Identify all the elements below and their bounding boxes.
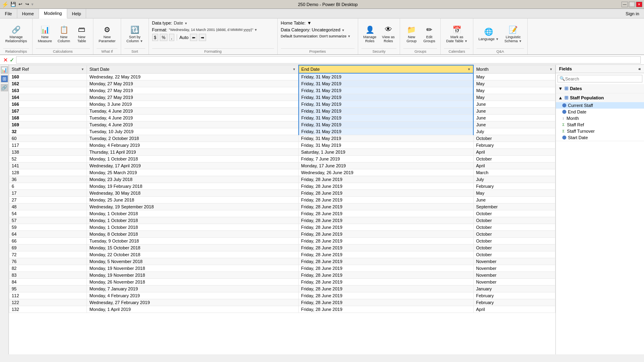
cell-start-date: Monday, 27 May 2019 [87, 94, 299, 101]
tab-help[interactable]: Help [67, 9, 87, 18]
field-item-staff-turnover[interactable]: Σ Staff Turnover [556, 128, 644, 134]
sort-buttons: 🔃 Sort byColumn ▼ [124, 19, 145, 48]
cell-month: May [473, 80, 555, 87]
comma-button[interactable]: , [169, 34, 174, 41]
field-item-month[interactable]: ↕ Month [556, 115, 644, 121]
cell-staff-ref: 48 [9, 204, 87, 210]
sign-in-button[interactable]: Sign in [621, 9, 644, 18]
currency-button[interactable]: $ [152, 34, 159, 41]
cell-staff-ref: 66 [9, 238, 87, 245]
new-parameter-button[interactable]: ⚙ NewParameter [97, 24, 118, 44]
redo-button[interactable]: ↪ [24, 1, 30, 8]
manage-roles-button[interactable]: 👤 ManageRoles [361, 24, 379, 44]
cell-end-date: Friday, 31 May 2019 [299, 108, 474, 115]
maximize-button[interactable]: ⬜ [629, 2, 635, 7]
cell-end-date: Friday, 28 June 2019 [299, 299, 474, 306]
cell-month: June [473, 197, 555, 204]
table-scroll[interactable]: Staff Ref ▼ Start Date ▼ [9, 65, 555, 354]
manage-relationships-button[interactable]: 🔗 ManageRelationships [3, 24, 29, 44]
new-group-button[interactable]: 📁 NewGroup [403, 24, 419, 44]
home-table-label: Home Table: [281, 21, 306, 25]
formula-input[interactable] [16, 56, 641, 64]
ribbon-group-qa: 🌐 Language ▼ 📝 LinguisticSchema ▼ Q&A [473, 19, 528, 54]
default-summarization-row: Default Summarization: Don't summarize ▼ [281, 34, 355, 39]
tab-home[interactable]: Home [17, 9, 39, 18]
staff-population-group-label: Staff Population [570, 95, 604, 100]
format-value[interactable]: "Wednesday, 14 March 2001 (dddd, d MMMM … [169, 28, 257, 32]
field-item-current-staff[interactable]: Current Staff [556, 102, 644, 109]
cell-start-date: Monday, 19 November 2018 [87, 272, 299, 279]
cell-end-date: Saturday, 1 June 2019 [299, 149, 474, 156]
cell-start-date: Monday, 1 October 2018 [87, 156, 299, 162]
decrease-decimal-button[interactable]: ⬅ [190, 34, 197, 41]
cell-end-date: Friday, 31 May 2019 [299, 121, 474, 128]
cell-staff-ref: 82 [9, 265, 87, 272]
save-button[interactable]: 💾 [10, 1, 17, 8]
tab-modeling[interactable]: Modeling [39, 9, 67, 19]
cell-month: April [473, 306, 555, 313]
month-label: Month [567, 116, 579, 121]
tab-file[interactable]: File [0, 9, 17, 18]
cell-staff-ref: 128 [9, 169, 87, 176]
edit-groups-button[interactable]: ✏ EditGroups [421, 24, 437, 44]
language-icon: 🌐 [484, 27, 493, 37]
cell-staff-ref: 84 [9, 279, 87, 286]
cell-end-date: Friday, 31 May 2019 [299, 101, 474, 108]
cell-end-date: Friday, 28 June 2019 [299, 279, 474, 286]
search-box[interactable]: 🔍 [557, 75, 642, 82]
sort-by-column-button[interactable]: 🔃 Sort byColumn ▼ [124, 24, 145, 44]
quick-access-arrow[interactable]: ▼ [31, 2, 34, 6]
field-group-staff-population-header[interactable]: ▲ ⊞ Staff Population [556, 93, 644, 102]
window-title: 250 Demo - Power BI Desktop [34, 2, 621, 7]
manage-relationships-icon: 🔗 [11, 25, 21, 35]
data-view-icon[interactable]: ⊞ [1, 75, 8, 82]
model-view-icon[interactable]: 🔗 [1, 84, 8, 91]
new-measure-button[interactable]: 📊 NewMeasure [36, 24, 54, 44]
report-view-icon[interactable]: 📊 [1, 66, 8, 74]
table-row: 69Monday, 15 October 2018Friday, 28 June… [9, 245, 555, 251]
cell-month: October [473, 224, 555, 231]
cell-staff-ref: 52 [9, 156, 87, 162]
home-table-value[interactable]: ▼ [307, 21, 312, 25]
field-group-dates-header[interactable]: ▼ ⊞ Dates [556, 84, 644, 93]
current-staff-type-icon [562, 103, 566, 107]
linguistic-schema-button[interactable]: 📝 LinguisticSchema ▼ [502, 24, 524, 44]
increase-decimal-button[interactable]: ➡ [199, 34, 206, 41]
col-header-start-date[interactable]: Start Date ▼ [87, 65, 299, 73]
cell-start-date: Tuesday, 10 July 2019 [87, 128, 299, 135]
formula-confirm-button[interactable]: ✓ [10, 57, 14, 63]
field-item-start-date[interactable]: Start Date [556, 134, 644, 141]
field-item-staff-ref[interactable]: Σ Staff Ref [556, 121, 644, 128]
percent-button[interactable]: % [160, 34, 167, 41]
end-date-label: End Date [568, 109, 586, 114]
close-button[interactable]: ✕ [636, 2, 642, 7]
col-header-end-date[interactable]: End Date ▼ [299, 65, 474, 73]
field-item-end-date[interactable]: End Date [556, 109, 644, 115]
minimize-button[interactable]: — [621, 2, 628, 7]
cell-start-date: Wednesday, 22 May 2019 [87, 73, 299, 80]
cell-staff-ref: 112 [9, 292, 87, 299]
new-table-button[interactable]: 🗃 NewTable [74, 24, 90, 44]
cell-start-date: Monday, 4 February 2019 [87, 142, 299, 149]
search-input[interactable] [565, 76, 640, 81]
expand-fields-icon[interactable]: « [638, 66, 641, 71]
mark-as-date-table-button[interactable]: 📅 Mark asDate Table ▼ [444, 24, 469, 44]
data-type-value[interactable]: Date ▼ [174, 21, 188, 25]
ribbon-group-security: 👤 ManageRoles 👁 View asRoles Security [358, 19, 400, 54]
view-as-roles-button[interactable]: 👁 View asRoles [380, 24, 396, 44]
cell-staff-ref: 168 [9, 115, 87, 121]
formula-cancel-button[interactable]: ✕ [3, 57, 8, 63]
dates-group-label: Dates [570, 86, 582, 91]
search-icon: 🔍 [559, 76, 565, 81]
staff-ref-sum-icon: Σ [562, 123, 565, 127]
format-label: Format: [152, 27, 167, 32]
cell-month: June [473, 121, 555, 128]
cell-month: July [473, 128, 555, 135]
new-column-button[interactable]: 📋 NewColumn [56, 24, 72, 44]
col-header-month[interactable]: Month ▼ [473, 65, 555, 73]
cell-end-date: Friday, 28 June 2019 [299, 224, 474, 231]
undo-button[interactable]: ↩ [17, 1, 23, 8]
data-category-label: Data Category: Uncategorized ▼ [281, 27, 345, 32]
col-header-staff-ref[interactable]: Staff Ref ▼ [9, 65, 87, 73]
language-button[interactable]: 🌐 Language ▼ [477, 26, 501, 42]
